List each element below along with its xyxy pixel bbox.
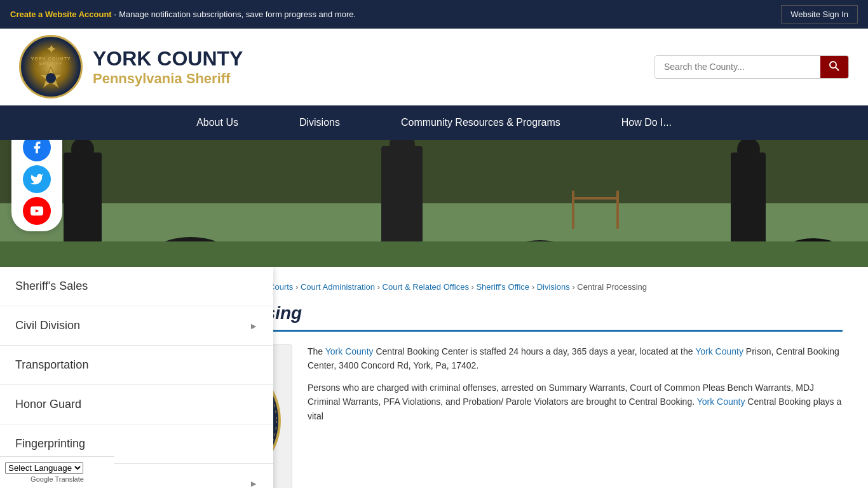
svg-rect-15 [0, 241, 868, 267]
nav-item-community[interactable]: Community Resources & Programs [370, 105, 591, 140]
logo-text: YORK COUNTYSHERIFF [31, 57, 71, 65]
twitter-link[interactable] [23, 165, 51, 193]
logo-inner: ✦ YORK COUNTYSHERIFF [22, 38, 79, 95]
svg-line-3 [836, 67, 839, 71]
header-left: ✦ YORK COUNTYSHERIFF York County Pennsyl… [19, 35, 243, 98]
menu-label-sheriffs-sales: Sheriff's Sales [15, 280, 88, 293]
menu-item-civil-division[interactable]: Civil Division ► [0, 306, 273, 346]
breadcrumb-court-offices[interactable]: Court & Related Offices [383, 282, 469, 292]
site-header: ✦ YORK COUNTYSHERIFF York County Pennsyl… [0, 29, 868, 105]
top-bar-message: Create a Website Account - Manage notifi… [10, 10, 356, 19]
search-button[interactable] [820, 56, 848, 78]
nav-link-divisions[interactable]: Divisions [269, 105, 370, 140]
state-sheriff: Pennsylvania Sheriff [93, 71, 243, 87]
youtube-icon [30, 204, 44, 218]
svg-rect-18 [572, 197, 619, 200]
breadcrumb-current: Central Processing [577, 282, 647, 292]
york-county-prison-link[interactable]: York County [695, 346, 743, 356]
hero-background [0, 140, 868, 267]
menu-label-civil-division: Civil Division [15, 319, 80, 332]
arrow-icon-civil: ► [249, 321, 258, 331]
county-name: York County [93, 47, 243, 71]
york-county-link[interactable]: York County [325, 346, 374, 356]
google-translate-label: Google Translate [5, 475, 109, 483]
top-bar-text: - Manage notification subscriptions, sav… [112, 10, 356, 19]
content-text: The York County Central Booking Center i… [308, 344, 843, 488]
menu-label-fingerprinting: Fingerprinting [15, 437, 85, 451]
google-label: Google Translate [31, 475, 84, 483]
breadcrumb-divisions[interactable]: Divisions [537, 282, 570, 292]
search-icon [829, 61, 839, 71]
facebook-icon [30, 140, 44, 154]
star-icon: ✦ [46, 43, 56, 57]
svg-rect-17 [616, 191, 619, 229]
nav-item-divisions[interactable]: Divisions [269, 105, 370, 140]
youtube-link[interactable] [23, 197, 51, 225]
svg-point-1 [46, 73, 56, 83]
create-account-link[interactable]: Create a Website Account [10, 10, 112, 19]
nav-list: About Us Divisions Community Resources &… [166, 105, 702, 140]
badge-icon [38, 65, 64, 91]
svg-rect-16 [572, 191, 574, 229]
menu-link-sheriffs-sales[interactable]: Sheriff's Sales [0, 267, 273, 306]
menu-link-transportation[interactable]: Transportation [0, 346, 273, 384]
menu-label-transportation: Transportation [15, 358, 88, 372]
twitter-icon [30, 172, 44, 186]
language-select[interactable]: Select Language [5, 462, 83, 474]
sign-in-button[interactable]: Website Sign In [781, 5, 858, 24]
paragraph-1-text-2: Central Booking Center is staffed 24 hou… [374, 346, 696, 356]
menu-item-transportation[interactable]: Transportation [0, 346, 273, 385]
menu-item-sheriffs-sales[interactable]: Sheriff's Sales [0, 267, 273, 306]
search-input[interactable] [655, 57, 820, 77]
svg-point-2 [830, 62, 836, 68]
content-paragraph-1: The York County Central Booking Center i… [308, 344, 843, 373]
content-wrap: Select Language Google Translate Sheriff… [0, 267, 868, 488]
site-logo: ✦ YORK COUNTYSHERIFF [19, 35, 83, 98]
social-panel: 🏠 Home [11, 140, 62, 231]
menu-label-honor-guard: Honor Guard [15, 398, 81, 411]
nav-link-howdoi[interactable]: How Do I... [591, 105, 702, 140]
facebook-link[interactable] [23, 140, 51, 161]
nav-item-howdoi[interactable]: How Do I... [591, 105, 702, 140]
nav-item-about[interactable]: About Us [166, 105, 269, 140]
main-nav: About Us Divisions Community Resources &… [0, 105, 868, 140]
nav-link-about[interactable]: About Us [166, 105, 269, 140]
menu-item-honor-guard[interactable]: Honor Guard [0, 385, 273, 424]
menu-link-civil-division[interactable]: Civil Division ► [0, 306, 273, 345]
search-bar [654, 55, 849, 79]
top-bar: Create a Website Account - Manage notifi… [0, 0, 868, 29]
content-paragraph-2: Persons who are charged with criminal of… [308, 381, 843, 423]
nav-link-community[interactable]: Community Resources & Programs [370, 105, 591, 140]
dropdown-menu: Sheriff's Sales Civil Division ► Transpo… [0, 267, 273, 488]
arrow-icon-firearm: ► [249, 478, 258, 489]
breadcrumb-court-admin[interactable]: Court Administration [301, 282, 375, 292]
menu-link-honor-guard[interactable]: Honor Guard [0, 385, 273, 424]
dropdown-list: Sheriff's Sales Civil Division ► Transpo… [0, 267, 273, 488]
hero-scene [0, 140, 868, 267]
site-title: York County Pennsylvania Sheriff [93, 47, 243, 87]
breadcrumb-sheriffs-office[interactable]: Sheriff's Office [476, 282, 529, 292]
paragraph-1-text: The [308, 346, 325, 356]
york-county-central-link[interactable]: York County [697, 396, 745, 407]
language-bar: Select Language Google Translate [0, 456, 114, 488]
hero-image: 🏠 Home [0, 140, 868, 267]
